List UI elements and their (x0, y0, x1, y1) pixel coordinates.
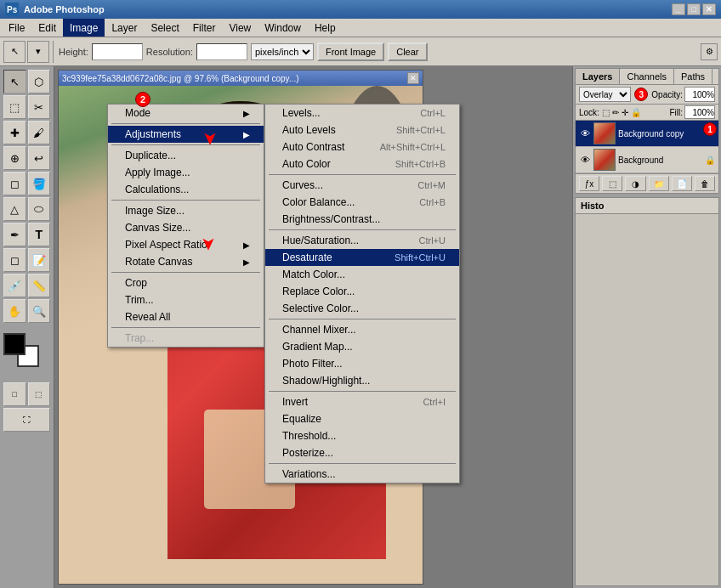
adj-photo-filter[interactable]: Photo Filter... (265, 355, 459, 372)
adjustment-layer-btn[interactable]: ◑ (625, 176, 645, 191)
quickmask-mode-btn[interactable]: ⬚ (28, 382, 51, 406)
dodge-tool-btn[interactable]: ⬭ (28, 197, 51, 221)
resolution-unit-select[interactable]: pixels/inch (251, 43, 314, 60)
adj-selective-color[interactable]: Selective Color... (265, 300, 459, 317)
image-duplicate-item[interactable]: Duplicate... (108, 147, 264, 164)
adj-levels[interactable]: Levels... Ctrl+L (265, 105, 459, 122)
menu-image[interactable]: Image (63, 19, 105, 37)
height-input[interactable] (92, 43, 143, 60)
maximize-button[interactable]: □ (687, 3, 701, 15)
adj-threshold[interactable]: Threshold... (265, 427, 459, 444)
adj-gradient-map[interactable]: Gradient Map... (265, 338, 459, 355)
image-crop-item[interactable]: Crop (108, 274, 264, 291)
image-canvassize-item[interactable]: Canvas Size... (108, 219, 264, 236)
adj-auto-contrast[interactable]: Auto Contrast Alt+Shift+Ctrl+L (265, 139, 459, 155)
minimize-button[interactable]: _ (672, 3, 685, 15)
menu-select[interactable]: Select (144, 19, 185, 37)
layer-background[interactable]: 👁 Background 🔒 (576, 147, 718, 173)
adj-invert[interactable]: Invert Ctrl+I (265, 393, 459, 410)
image-adjustments-item[interactable]: Adjustments ▶ (108, 126, 264, 143)
canvas-close-button[interactable]: ✕ (407, 72, 419, 84)
measure-tool-btn[interactable]: 📏 (28, 274, 51, 297)
notes-tool-btn[interactable]: 📝 (28, 248, 51, 272)
layer-eye-background-copy[interactable]: 👁 (579, 127, 591, 139)
front-image-button[interactable]: Front Image (317, 42, 384, 61)
adj-brightness-contrast[interactable]: Brightness/Contrast... (265, 211, 459, 228)
paths-tab[interactable]: Paths (674, 69, 712, 84)
layer-background-copy[interactable]: 👁 Background copy 1 (576, 121, 718, 147)
lasso-tool-btn[interactable]: ⬡ (28, 70, 51, 93)
eyedropper-tool-btn[interactable]: 💉 (3, 274, 26, 297)
menu-file[interactable]: File (2, 19, 31, 37)
blend-mode-select[interactable]: Overlay Normal Multiply Screen (579, 87, 631, 102)
heal-tool-btn[interactable]: ✚ (3, 121, 26, 144)
menu-layer[interactable]: Layer (105, 19, 144, 37)
clear-button[interactable]: Clear (388, 42, 427, 61)
tool-preset-picker[interactable]: ↖ (3, 41, 26, 63)
fill-input[interactable] (684, 105, 715, 119)
hand-tool-btn[interactable]: ✋ (3, 299, 26, 323)
slice-tool-btn[interactable]: ✂ (28, 95, 51, 119)
adj-replace-color[interactable]: Replace Color... (265, 283, 459, 300)
layer-styles-btn[interactable]: ƒx (579, 176, 599, 191)
brush-tool-btn[interactable]: 🖌 (28, 121, 51, 144)
clone-tool-btn[interactable]: ⊕ (3, 146, 26, 170)
menu-view[interactable]: View (222, 19, 258, 37)
tool-preset-btn[interactable]: ▾ (27, 41, 49, 63)
image-mode-item[interactable]: Mode ▶ (108, 105, 264, 122)
lock-all-icon[interactable]: 🔒 (631, 108, 641, 117)
crop-tool-btn[interactable]: ⬚ (3, 95, 26, 119)
adj-curves[interactable]: Curves... Ctrl+M (265, 177, 459, 194)
image-apply-item[interactable]: Apply Image... (108, 164, 264, 181)
adj-auto-color[interactable]: Auto Color Shift+Ctrl+B (265, 155, 459, 172)
lock-position-icon[interactable]: ✛ (622, 108, 628, 117)
history-tool-btn[interactable]: ↩ (28, 146, 51, 170)
lock-transparent-icon[interactable]: ⬚ (602, 108, 610, 117)
menu-edit[interactable]: Edit (31, 19, 63, 37)
layer-mask-btn[interactable]: ⬚ (602, 176, 622, 191)
image-rotatecanvas-item[interactable]: Rotate Canvas ▶ (108, 253, 264, 270)
adj-match-color[interactable]: Match Color... (265, 266, 459, 283)
adj-hue-saturation[interactable]: Hue/Saturation... Ctrl+U (265, 232, 459, 249)
close-button[interactable]: ✕ (702, 3, 716, 15)
app-title: Adobe Photoshop (24, 4, 672, 14)
resolution-input[interactable] (196, 43, 247, 60)
foreground-color-swatch[interactable] (3, 333, 26, 355)
adj-desaturate[interactable]: Desaturate Shift+Ctrl+U (265, 249, 459, 266)
fill-tool-btn[interactable]: 🪣 (28, 172, 51, 195)
menu-help[interactable]: Help (308, 19, 343, 37)
blur-tool-btn[interactable]: △ (3, 197, 26, 221)
channels-tab[interactable]: Channels (620, 69, 673, 84)
delete-layer-btn[interactable]: 🗑 (695, 176, 715, 191)
adj-equalize[interactable]: Equalize (265, 410, 459, 427)
new-layer-btn[interactable]: 📄 (672, 176, 692, 191)
panel-options: Overlay Normal Multiply Screen 3 Opacity… (576, 85, 718, 105)
adj-color-balance[interactable]: Color Balance... Ctrl+B (265, 194, 459, 211)
image-revealall-item[interactable]: Reveal All (108, 308, 264, 325)
type-tool-btn[interactable]: T (28, 223, 51, 246)
adj-shadow-highlight[interactable]: Shadow/Highlight... (265, 372, 459, 389)
opacity-input[interactable] (684, 87, 715, 102)
zoom-tool-btn[interactable]: 🔍 (28, 299, 51, 323)
adj-posterize[interactable]: Posterize... (265, 444, 459, 461)
layers-tab[interactable]: Layers (576, 69, 620, 84)
path-tool-btn[interactable]: ✒ (3, 223, 26, 246)
eraser-tool-btn[interactable]: ◻ (3, 172, 26, 195)
lock-image-icon[interactable]: ✏ (612, 108, 619, 117)
menu-window[interactable]: Window (258, 19, 308, 37)
image-pixelaspectratio-item[interactable]: Pixel Aspect Ratio ▶ (108, 236, 264, 253)
screen-mode-btn[interactable]: ⛶ (3, 408, 50, 432)
layer-group-btn[interactable]: 📁 (649, 176, 669, 191)
menu-filter[interactable]: Filter (186, 19, 223, 37)
image-trim-item[interactable]: Trim... (108, 291, 264, 308)
palette-toggle-btn[interactable]: ⚙ (701, 43, 718, 60)
image-imagesize-item[interactable]: Image Size... (108, 202, 264, 219)
adj-auto-levels[interactable]: Auto Levels Shift+Ctrl+L (265, 122, 459, 139)
shape-tool-btn[interactable]: ◻ (3, 248, 26, 272)
image-calculations-item[interactable]: Calculations... (108, 181, 264, 198)
select-tool-btn[interactable]: ↖ (3, 70, 26, 93)
adj-variations[interactable]: Variations... (265, 466, 459, 483)
standard-mode-btn[interactable]: □ (3, 382, 26, 406)
layer-eye-background[interactable]: 👁 (579, 154, 591, 166)
adj-channel-mixer[interactable]: Channel Mixer... (265, 321, 459, 338)
